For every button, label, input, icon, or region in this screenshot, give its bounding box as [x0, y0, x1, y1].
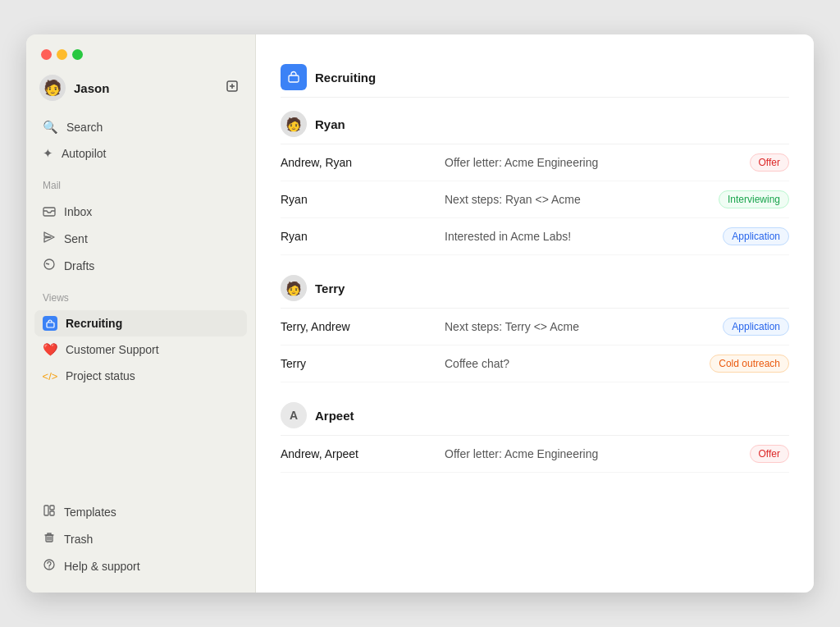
- email-sender: Ryan: [281, 193, 445, 206]
- svg-rect-6: [50, 511, 54, 515]
- sidebar-item-help[interactable]: Help & support: [34, 552, 247, 579]
- close-button[interactable]: [41, 49, 52, 60]
- customer-support-label: Customer Support: [66, 343, 159, 356]
- code-icon: </>: [43, 368, 57, 383]
- sidebar-item-inbox[interactable]: Inbox: [34, 198, 247, 225]
- search-label: Search: [66, 121, 103, 134]
- help-label: Help & support: [64, 560, 140, 573]
- sent-label: Sent: [64, 232, 88, 245]
- user-info: 🧑 Jason: [39, 75, 109, 101]
- heart-icon: ❤️: [43, 342, 57, 357]
- svg-point-9: [48, 567, 49, 568]
- email-subject: Coffee chat?: [445, 357, 710, 370]
- group-terry-name: Terry: [315, 281, 345, 295]
- user-header: 🧑 Jason: [26, 68, 255, 111]
- recruiting-icon: [43, 316, 57, 331]
- sidebar-item-customer-support[interactable]: ❤️ Customer Support: [34, 336, 247, 363]
- search-icon: 🔍: [43, 120, 58, 135]
- email-subject: Next steps: Terry <> Acme: [445, 320, 723, 333]
- terry-avatar: 🧑: [281, 275, 307, 301]
- group-ryan: 🧑 Ryan: [281, 98, 789, 144]
- bottom-nav: Templates Trash Help & support: [26, 495, 255, 593]
- templates-label: Templates: [64, 506, 116, 519]
- views-nav: Recruiting ❤️ Customer Support </> Proje…: [26, 307, 255, 392]
- email-row[interactable]: Terry, Andrew Next steps: Terry <> Acme …: [281, 309, 789, 346]
- group-recruiting: Recruiting: [281, 51, 789, 98]
- autopilot-icon: ✦: [43, 146, 53, 161]
- svg-rect-3: [47, 323, 54, 327]
- autopilot-label: Autopilot: [62, 147, 106, 160]
- sidebar-item-sent[interactable]: Sent: [34, 225, 247, 252]
- main-content: Recruiting 🧑 Ryan Andrew, Ryan Offer let…: [256, 34, 814, 593]
- minimize-button[interactable]: [57, 49, 67, 60]
- svg-rect-10: [289, 76, 299, 82]
- svg-rect-1: [43, 208, 55, 216]
- email-row[interactable]: Ryan Interested in Acme Labs! Applicatio…: [281, 218, 789, 255]
- email-subject: Offer letter: Acme Engineering: [445, 447, 750, 460]
- project-status-label: Project status: [66, 369, 135, 382]
- drafts-icon: [43, 258, 56, 273]
- email-subject: Next steps: Ryan <> Acme: [445, 193, 719, 206]
- sidebar-nav: 🔍 Search ✦ Autopilot: [26, 111, 255, 170]
- traffic-lights: [26, 34, 255, 68]
- svg-rect-4: [44, 506, 48, 515]
- svg-rect-5: [50, 506, 54, 510]
- recruiting-label: Recruiting: [66, 317, 122, 330]
- group-ryan-name: Ryan: [315, 117, 345, 131]
- group-arpeet: A Arpeet: [281, 389, 789, 436]
- email-sender: Terry, Andrew: [281, 320, 445, 333]
- drafts-label: Drafts: [64, 259, 94, 272]
- inbox-icon: [43, 204, 56, 219]
- email-sender: Andrew, Ryan: [281, 156, 445, 169]
- sidebar-item-project-status[interactable]: </> Project status: [34, 363, 247, 389]
- sidebar-item-templates[interactable]: Templates: [34, 498, 247, 525]
- maximize-button[interactable]: [72, 49, 83, 60]
- avatar: 🧑: [39, 75, 66, 101]
- mail-nav: Inbox Sent Drafts: [26, 195, 255, 282]
- help-icon: [43, 558, 56, 574]
- email-row[interactable]: Andrew, Arpeet Offer letter: Acme Engine…: [281, 436, 789, 473]
- template-icon: [43, 504, 56, 519]
- content-inner: Recruiting 🧑 Ryan Andrew, Ryan Offer let…: [256, 34, 814, 489]
- sidebar: 🧑 Jason 🔍 Search ✦ Autopilot Mail: [26, 34, 256, 593]
- compose-button[interactable]: [222, 76, 242, 99]
- app-window: 🧑 Jason 🔍 Search ✦ Autopilot Mail: [26, 34, 814, 593]
- email-sender: Andrew, Arpeet: [281, 447, 445, 460]
- email-subject: Offer letter: Acme Engineering: [445, 156, 750, 169]
- trash-icon: [43, 531, 56, 547]
- email-tag: Offer: [750, 445, 789, 463]
- group-arpeet-name: Arpeet: [315, 409, 354, 423]
- email-tag: Cold outreach: [710, 355, 789, 373]
- sent-icon: [43, 231, 56, 246]
- email-subject: Interested in Acme Labs!: [445, 230, 723, 243]
- email-row[interactable]: Andrew, Ryan Offer letter: Acme Engineer…: [281, 144, 789, 181]
- views-section-label: Views: [26, 282, 255, 307]
- email-tag: Application: [723, 227, 789, 245]
- recruiting-group-icon: [281, 64, 307, 90]
- sidebar-item-recruiting[interactable]: Recruiting: [34, 310, 247, 336]
- trash-label: Trash: [64, 533, 93, 546]
- email-tag: Application: [723, 318, 789, 336]
- search-item[interactable]: 🔍 Search: [34, 114, 247, 140]
- user-name: Jason: [74, 81, 109, 95]
- sidebar-item-drafts[interactable]: Drafts: [34, 252, 247, 279]
- group-recruiting-name: Recruiting: [315, 71, 376, 85]
- ryan-avatar: 🧑: [281, 111, 307, 137]
- arpeet-avatar: A: [281, 402, 307, 428]
- email-sender: Ryan: [281, 230, 445, 243]
- email-sender: Terry: [281, 357, 445, 370]
- inbox-label: Inbox: [64, 205, 92, 218]
- mail-section-label: Mail: [26, 170, 255, 195]
- email-tag: Interviewing: [719, 190, 789, 208]
- email-tag: Offer: [750, 153, 789, 172]
- autopilot-item[interactable]: ✦ Autopilot: [34, 140, 247, 167]
- email-row[interactable]: Ryan Next steps: Ryan <> Acme Interviewi…: [281, 181, 789, 218]
- group-terry: 🧑 Terry: [281, 262, 789, 309]
- sidebar-item-trash[interactable]: Trash: [34, 525, 247, 552]
- email-row[interactable]: Terry Coffee chat? Cold outreach: [281, 346, 789, 382]
